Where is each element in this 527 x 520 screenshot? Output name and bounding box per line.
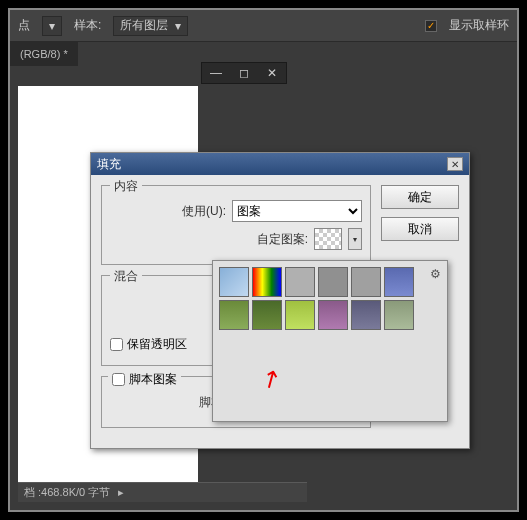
gear-icon[interactable]: ⚙ — [430, 267, 441, 281]
use-select[interactable]: 图案 — [232, 200, 362, 222]
script-pattern-checkbox[interactable] — [112, 373, 125, 386]
pattern-swatch-item[interactable] — [318, 267, 348, 297]
pattern-swatch-item[interactable] — [318, 300, 348, 330]
document-tab[interactable]: (RGB/8) * — [10, 42, 78, 66]
minimize-button[interactable]: — — [202, 63, 230, 83]
pattern-swatch-item[interactable] — [285, 300, 315, 330]
pattern-swatch-item[interactable] — [252, 267, 282, 297]
pattern-swatch[interactable] — [314, 228, 342, 250]
pattern-swatch-item[interactable] — [285, 267, 315, 297]
point-label: 点 — [18, 17, 30, 34]
pattern-picker-flyout: ⚙ ↗ — [212, 260, 448, 422]
show-sample-ring-label: 显示取样环 — [449, 17, 509, 34]
pattern-swatch-item[interactable] — [351, 300, 381, 330]
cancel-button[interactable]: 取消 — [381, 217, 459, 241]
ok-button[interactable]: 确定 — [381, 185, 459, 209]
script-pattern-label: 脚本图案 — [129, 371, 177, 388]
pattern-swatch-item[interactable] — [219, 267, 249, 297]
content-group-title: 内容 — [110, 178, 142, 195]
options-bar: 点 ▾ 样本: 所有图层 ▾ ✓ 显示取样环 — [10, 10, 517, 42]
pattern-swatch-item[interactable] — [384, 267, 414, 297]
sample-label: 样本: — [74, 17, 101, 34]
content-group: 内容 使用(U): 图案 自定图案: ▾ — [101, 185, 371, 265]
show-sample-ring-checkbox[interactable]: ✓ — [425, 20, 437, 32]
pattern-dropdown-arrow[interactable]: ▾ — [348, 228, 362, 250]
maximize-button[interactable]: ◻ — [230, 63, 258, 83]
status-bar: 档 :468.8K/0 字节 ▸ — [18, 482, 307, 502]
dialog-titlebar[interactable]: 填充 ✕ — [91, 153, 469, 175]
dialog-title-text: 填充 — [97, 156, 121, 173]
pattern-swatch-item[interactable] — [351, 267, 381, 297]
preserve-transparency-label: 保留透明区 — [127, 336, 187, 353]
pattern-swatch-item[interactable] — [219, 300, 249, 330]
close-button[interactable]: ✕ — [258, 63, 286, 83]
document-window-controls: — ◻ ✕ — [201, 62, 287, 84]
pattern-swatch-item[interactable] — [384, 300, 414, 330]
use-label: 使用(U): — [182, 203, 226, 220]
dialog-close-button[interactable]: ✕ — [447, 157, 463, 171]
blend-group-title: 混合 — [110, 268, 142, 285]
annotation-arrow: ↗ — [255, 362, 286, 396]
preserve-transparency-checkbox[interactable] — [110, 338, 123, 351]
pattern-grid — [219, 267, 441, 330]
custom-pattern-label: 自定图案: — [257, 231, 308, 248]
pattern-swatch-item[interactable] — [252, 300, 282, 330]
sample-dropdown[interactable]: 所有图层 ▾ — [113, 16, 188, 36]
point-dropdown[interactable]: ▾ — [42, 16, 62, 36]
